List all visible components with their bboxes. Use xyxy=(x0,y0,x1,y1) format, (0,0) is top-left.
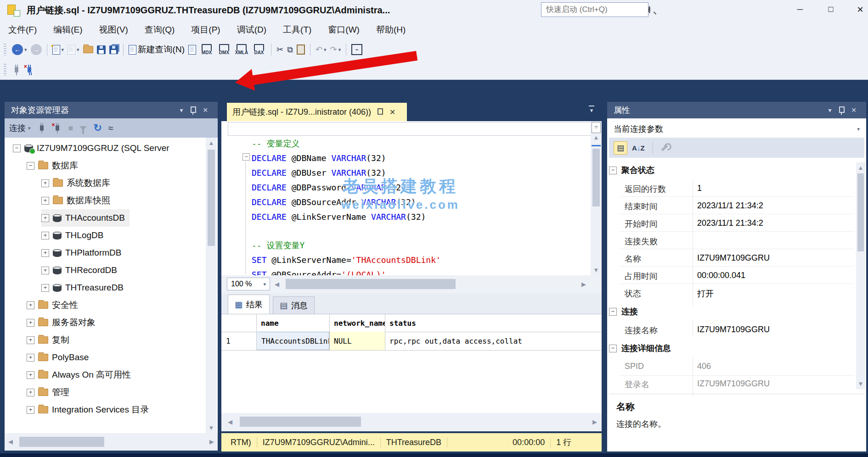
expand-icon[interactable]: + xyxy=(27,354,34,362)
prop-value[interactable]: 00:00:00.041 xyxy=(697,271,849,280)
scrollbar-thumb[interactable] xyxy=(286,279,456,289)
expand-icon[interactable]: + xyxy=(27,406,34,414)
scroll-right-icon[interactable]: ▶ xyxy=(592,418,597,425)
tree-node-system-databases[interactable]: + 系统数据库 xyxy=(41,174,110,192)
results-horizontal-scrollbar[interactable]: ◀ ▶ xyxy=(221,413,602,431)
tree-node-server[interactable]: − IZ7U9M7109GGRUZ (SQL Server xyxy=(13,139,169,157)
oe-activity-monitor-icon[interactable]: ≈ xyxy=(108,123,113,134)
oe-pin-icon[interactable] xyxy=(187,106,199,114)
paste-button[interactable] xyxy=(295,43,307,56)
close-button[interactable]: ✕ xyxy=(852,5,868,15)
alphabetical-sort-button[interactable]: A↓Z xyxy=(632,144,645,152)
cut-button[interactable]: ✂ xyxy=(275,44,285,56)
scroll-right-icon[interactable]: ▶ xyxy=(581,281,586,288)
code-editor[interactable]: − -- 变量定义 DECLARE @DBName VARCHAR(32) DE… xyxy=(221,121,602,275)
menu-debug[interactable]: 调试(D) xyxy=(237,24,266,36)
tree-node-integration-services[interactable]: + Integration Services 目录 xyxy=(27,401,149,418)
prop-value[interactable]: 2023/11/1 21:34:2 xyxy=(697,201,849,211)
menu-edit[interactable]: 编辑(E) xyxy=(53,24,82,36)
tree-node-server-objects[interactable]: + 服务器对象 xyxy=(27,314,96,331)
scrollbar-thumb[interactable] xyxy=(19,437,104,447)
oe-filter-icon[interactable] xyxy=(79,126,87,130)
menu-tools[interactable]: 工具(T) xyxy=(283,24,311,36)
results-tab[interactable]: ▦ 结果 xyxy=(228,295,270,314)
tree-node-management[interactable]: + 管理 xyxy=(27,384,69,401)
document-tab[interactable]: 用户链接.sql - IZ7U9...inistrator (406)) ✕ xyxy=(227,103,407,121)
tab-pin-icon[interactable] xyxy=(378,107,383,117)
expand-icon[interactable]: + xyxy=(41,179,49,187)
navigate-forward-button[interactable]: → xyxy=(29,43,44,56)
toolbar-grip[interactable] xyxy=(4,44,6,56)
oe-connect-button[interactable]: 连接 ▾ xyxy=(9,123,31,134)
quick-launch-search[interactable] xyxy=(541,2,648,17)
mdx-query-button[interactable]: MDX xyxy=(198,44,215,55)
scroll-left-icon[interactable]: ◀ xyxy=(8,438,13,445)
collapse-icon[interactable]: − xyxy=(609,308,617,316)
tree-node-database-snapshots[interactable]: + 数据库快照 xyxy=(41,192,110,209)
scroll-up-icon[interactable]: ▲ xyxy=(856,164,865,171)
tree-node-polybase[interactable]: + PolyBase xyxy=(27,349,89,366)
categorized-button[interactable]: ▤ xyxy=(614,141,627,155)
back-dropdown-icon[interactable]: ▾ xyxy=(24,47,27,53)
menu-project[interactable]: 项目(P) xyxy=(191,24,220,36)
column-header-name[interactable]: name xyxy=(256,314,329,332)
scrollbar-thumb[interactable] xyxy=(592,149,600,206)
dmx-query-button[interactable]: DMX xyxy=(215,44,233,55)
cell-network-name[interactable]: NULL xyxy=(329,332,385,350)
scrollbar-thumb[interactable] xyxy=(857,173,864,251)
redo-dropdown-icon[interactable]: ▾ xyxy=(338,47,341,53)
database-query-button[interactable] xyxy=(186,44,198,56)
undo-button[interactable]: ↶ ▾ xyxy=(314,44,328,56)
row-number-cell[interactable]: 1 xyxy=(221,332,256,350)
connect-button[interactable] xyxy=(10,66,23,74)
scrollbar-thumb[interactable] xyxy=(240,417,361,427)
save-button[interactable] xyxy=(95,44,107,56)
collapse-icon[interactable]: − xyxy=(609,345,617,352)
tree-horizontal-scrollbar[interactable]: ◀ ▶ xyxy=(5,433,218,451)
tree-node-alwayson[interactable]: + Always On 高可用性 xyxy=(27,366,131,384)
menu-window[interactable]: 窗口(W) xyxy=(328,24,360,36)
scroll-left-icon[interactable]: ◀ xyxy=(228,418,232,425)
collapse-icon[interactable]: − xyxy=(27,162,34,170)
column-header-network-name[interactable]: network_name xyxy=(329,314,385,332)
zoom-combo[interactable]: 100 % ▾ xyxy=(227,278,270,290)
minimize-button[interactable]: ─ xyxy=(792,5,808,14)
property-pages-icon[interactable] xyxy=(661,145,668,151)
oe-refresh-icon[interactable]: ↻ xyxy=(93,122,101,134)
navigate-back-button[interactable]: ← ▾ xyxy=(10,43,29,56)
expand-icon[interactable]: + xyxy=(27,336,34,344)
section-aggregate-status[interactable]: − 聚合状态 xyxy=(609,162,654,179)
tree-node-replication[interactable]: + 复制 xyxy=(27,331,69,349)
expand-icon[interactable]: + xyxy=(41,267,49,274)
scroll-down-icon[interactable]: ▼ xyxy=(206,424,217,431)
menu-query[interactable]: 查询(Q) xyxy=(145,24,175,36)
copy-button[interactable]: ⧉ xyxy=(285,44,295,56)
prop-value[interactable]: 打开 xyxy=(697,288,849,299)
scroll-down-icon[interactable]: ▼ xyxy=(856,380,865,387)
expand-icon[interactable]: + xyxy=(27,301,34,309)
expand-icon[interactable]: + xyxy=(41,232,49,240)
new-file-dropdown-icon[interactable]: ▾ xyxy=(62,47,64,53)
cell-name[interactable]: THAccountsDBLink xyxy=(256,332,329,350)
expand-icon[interactable]: + xyxy=(41,284,49,292)
collapse-icon[interactable]: − xyxy=(609,167,617,174)
menu-help[interactable]: 帮助(H) xyxy=(376,24,406,36)
prop-value[interactable]: IZ7U9M7109GGRU xyxy=(697,379,849,389)
tree-node-thtreasuredb[interactable]: + THTreasureDB xyxy=(41,279,124,296)
tab-close-icon[interactable]: ✕ xyxy=(389,108,395,117)
prop-value[interactable]: 1 xyxy=(697,184,849,193)
menu-view[interactable]: 视图(V) xyxy=(99,24,128,36)
expand-icon[interactable]: + xyxy=(41,249,49,257)
properties-vertical-scrollbar[interactable]: ▲ ▼ xyxy=(856,162,865,389)
properties-close-icon[interactable]: ✕ xyxy=(848,106,860,114)
properties-window-menu-icon[interactable]: ▾ xyxy=(824,106,836,114)
prop-value[interactable]: IZ7U9M7109GGRU xyxy=(697,253,849,263)
add-item-button[interactable]: ▾ xyxy=(66,44,81,56)
editor-vertical-scrollbar[interactable]: ÷ ▲ ▼ xyxy=(591,121,602,275)
scrollbar-thumb[interactable] xyxy=(208,150,215,246)
save-all-button[interactable] xyxy=(107,44,120,56)
scroll-right-icon[interactable]: ▶ xyxy=(209,438,214,445)
tree-node-threcorddb[interactable]: + THRecordDB xyxy=(41,262,117,279)
change-connection-button[interactable]: × xyxy=(23,66,36,74)
oe-close-icon[interactable]: ✕ xyxy=(199,106,211,114)
